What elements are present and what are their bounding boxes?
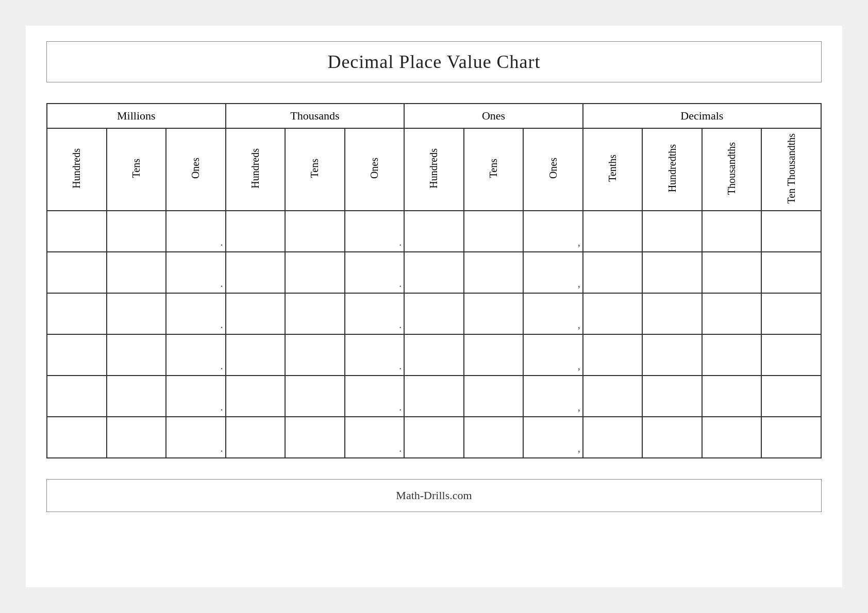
cell[interactable] xyxy=(404,334,464,376)
cell[interactable] xyxy=(47,211,107,252)
cell[interactable] xyxy=(464,376,524,417)
group-decimals: Decimals xyxy=(583,104,821,128)
cell[interactable] xyxy=(107,376,166,417)
cell[interactable] xyxy=(226,417,286,458)
cell[interactable]: , xyxy=(523,252,583,293)
cell[interactable]: . xyxy=(166,252,226,293)
col-ones-ones: Ones xyxy=(523,128,583,211)
col-tenths: Tenths xyxy=(583,128,643,211)
cell[interactable] xyxy=(404,252,464,293)
cell[interactable] xyxy=(642,417,702,458)
cell[interactable] xyxy=(702,211,762,252)
cell[interactable] xyxy=(404,211,464,252)
cell[interactable] xyxy=(404,376,464,417)
cell[interactable] xyxy=(464,211,524,252)
cell[interactable] xyxy=(47,334,107,376)
cell[interactable] xyxy=(761,334,821,376)
col-ones-hundreds: Hundreds xyxy=(404,128,464,211)
cell[interactable] xyxy=(583,417,643,458)
col-ten-thousandths: Ten Thousandths xyxy=(761,128,821,211)
cell[interactable]: , xyxy=(523,417,583,458)
cell[interactable] xyxy=(107,417,166,458)
cell[interactable]: , xyxy=(523,376,583,417)
cell[interactable] xyxy=(226,252,286,293)
cell[interactable] xyxy=(583,334,643,376)
col-thousands-tens: Tens xyxy=(285,128,345,211)
cell[interactable]: . xyxy=(345,211,405,252)
cell[interactable] xyxy=(702,376,762,417)
table-row: . . , xyxy=(47,252,821,293)
cell[interactable] xyxy=(285,417,345,458)
cell[interactable] xyxy=(226,376,286,417)
cell[interactable] xyxy=(761,376,821,417)
cell[interactable] xyxy=(107,211,166,252)
cell[interactable] xyxy=(47,417,107,458)
col-ones-tens: Tens xyxy=(464,128,524,211)
cell[interactable] xyxy=(404,417,464,458)
cell[interactable] xyxy=(761,211,821,252)
cell[interactable]: , xyxy=(523,334,583,376)
cell[interactable] xyxy=(285,376,345,417)
cell[interactable]: . xyxy=(345,293,405,334)
group-thousands: Thousands xyxy=(226,104,405,128)
cell[interactable] xyxy=(583,376,643,417)
cell[interactable] xyxy=(583,293,643,334)
cell[interactable]: . xyxy=(345,417,405,458)
cell[interactable] xyxy=(583,211,643,252)
cell[interactable] xyxy=(285,293,345,334)
cell[interactable] xyxy=(107,293,166,334)
cell[interactable] xyxy=(642,376,702,417)
place-value-chart: Millions Thousands Ones Decimals Hundred… xyxy=(46,103,822,458)
cell[interactable] xyxy=(761,293,821,334)
group-ones: Ones xyxy=(404,104,583,128)
cell[interactable]: . xyxy=(166,211,226,252)
cell[interactable]: . xyxy=(345,376,405,417)
group-header-row: Millions Thousands Ones Decimals xyxy=(47,104,821,128)
cell[interactable] xyxy=(285,252,345,293)
cell[interactable] xyxy=(47,252,107,293)
cell[interactable] xyxy=(464,293,524,334)
page-title: Decimal Place Value Chart xyxy=(327,52,540,72)
cell[interactable] xyxy=(761,417,821,458)
title-box: Decimal Place Value Chart xyxy=(46,41,822,82)
cell[interactable] xyxy=(47,293,107,334)
cell[interactable]: . xyxy=(166,293,226,334)
cell[interactable]: , xyxy=(523,211,583,252)
cell[interactable] xyxy=(464,417,524,458)
col-thousands-ones: Ones xyxy=(345,128,405,211)
cell[interactable] xyxy=(47,376,107,417)
cell[interactable]: . xyxy=(345,334,405,376)
col-thousands-hundreds: Hundreds xyxy=(226,128,286,211)
cell[interactable] xyxy=(583,252,643,293)
cell[interactable] xyxy=(761,252,821,293)
cell[interactable] xyxy=(642,211,702,252)
cell[interactable] xyxy=(702,334,762,376)
cell[interactable]: . xyxy=(166,376,226,417)
group-millions: Millions xyxy=(47,104,226,128)
col-thousandths: Thousandths xyxy=(702,128,762,211)
cell[interactable] xyxy=(285,211,345,252)
cell[interactable] xyxy=(226,334,286,376)
cell[interactable] xyxy=(702,252,762,293)
cell[interactable] xyxy=(642,252,702,293)
page: Decimal Place Value Chart Millions Thous… xyxy=(26,26,842,587)
cell[interactable] xyxy=(107,252,166,293)
cell[interactable] xyxy=(285,334,345,376)
cell[interactable] xyxy=(702,293,762,334)
cell[interactable] xyxy=(642,334,702,376)
cell[interactable]: . xyxy=(166,417,226,458)
cell[interactable] xyxy=(226,293,286,334)
cell[interactable]: . xyxy=(345,252,405,293)
cell[interactable] xyxy=(464,252,524,293)
cell[interactable] xyxy=(642,293,702,334)
cell[interactable] xyxy=(404,293,464,334)
table-row: . . , xyxy=(47,293,821,334)
col-millions-tens: Tens xyxy=(107,128,166,211)
table-row: . . , xyxy=(47,417,821,458)
cell[interactable] xyxy=(226,211,286,252)
cell[interactable] xyxy=(702,417,762,458)
cell[interactable]: , xyxy=(523,293,583,334)
cell[interactable] xyxy=(464,334,524,376)
cell[interactable]: . xyxy=(166,334,226,376)
cell[interactable] xyxy=(107,334,166,376)
